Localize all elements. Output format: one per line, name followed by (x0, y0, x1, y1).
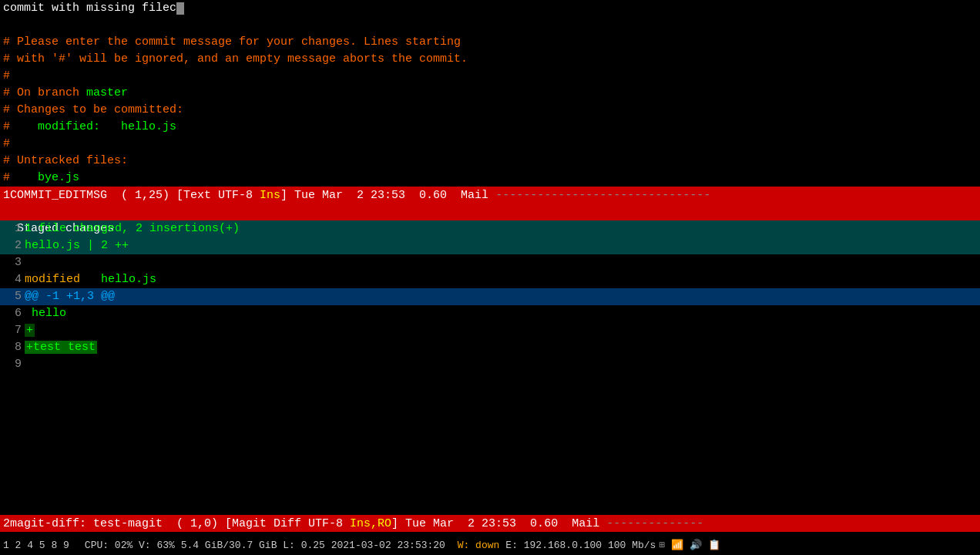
commit-title-text: commit with missing filec (3, 2, 176, 15)
status-bar-1-text: 1COMMIT_EDITMSG ( 1,25) [Text UTF-8 Ins]… (3, 189, 710, 202)
status-bar-2: 2magit-diff: test-magit ( 1,0) [Magit Di… (0, 515, 980, 532)
line-num-7: 7 (3, 322, 22, 339)
diff-area: 11 file changed, 2 insertions(+) 2hello.… (0, 220, 980, 373)
line-num-3: 3 (3, 254, 22, 271)
line-num-5: 5 (3, 288, 22, 305)
comment-line-2: # with '#' will be ignored, and an empty… (0, 51, 980, 68)
diff-line-3: 3 (0, 254, 980, 271)
commit-title-line: commit with missing filec (0, 0, 980, 17)
diff-line-9: 9 (0, 356, 980, 373)
warning-text: W: down (451, 540, 499, 551)
comment-line-1: # Please enter the commit message for yo… (0, 34, 980, 51)
blank-line-1 (0, 17, 980, 34)
line-num-6: 6 (3, 305, 22, 322)
line-num-4: 4 (3, 271, 22, 288)
diff-line-2: 2hello.js | 2 ++ (0, 237, 980, 254)
staged-changes-bar: Staged changes (0, 204, 980, 220)
diff-line-4: 4modified hello.js (0, 271, 980, 288)
line-num-1: 1 (3, 220, 22, 237)
editor-area: commit with missing filec # Please enter… (0, 0, 980, 187)
diff-line-5: 5@@ -1 +1,3 @@ (0, 288, 980, 305)
line-num-8: 8 (3, 339, 22, 356)
comment-line-9: # bye.js (0, 170, 980, 187)
network-info: E: 192.168.0.100 100 Mb/s (505, 540, 656, 551)
diff-line-8: 8+test test (0, 339, 980, 356)
comment-line-7: # (0, 136, 980, 153)
comment-line-8: # Untracked files: (0, 153, 980, 170)
diff-line-7: 7+ (0, 322, 980, 339)
diff-line-1: 11 file changed, 2 insertions(+) (0, 220, 980, 237)
comment-line-6: # modified: hello.js (0, 119, 980, 136)
comment-line-3: # (0, 68, 980, 85)
cursor (176, 2, 184, 15)
diff-line-6: 6 hello (0, 305, 980, 322)
comment-line-5: # Changes to be committed: (0, 102, 980, 119)
status-bar-2-text: 2magit-diff: test-magit ( 1,0) [Magit Di… (3, 517, 703, 530)
line-num-9: 9 (3, 356, 22, 373)
system-icons: ⊞ 📶 🔊 📋 (659, 539, 720, 551)
bottom-bar: 1 2 4 5 8 9 CPU: 02% V: 63% 5.4 GiB/30.7… (0, 535, 980, 555)
comment-line-4: # On branch master (0, 85, 980, 102)
status-bar-1: 1COMMIT_EDITMSG ( 1,25) [Text UTF-8 Ins]… (0, 187, 980, 204)
line-num-2: 2 (3, 237, 22, 254)
line-numbers: 1 2 4 5 8 9 (3, 540, 69, 551)
cpu-info: CPU: 02% V: 63% 5.4 GiB/30.7 GiB L: 0.25… (85, 540, 445, 551)
